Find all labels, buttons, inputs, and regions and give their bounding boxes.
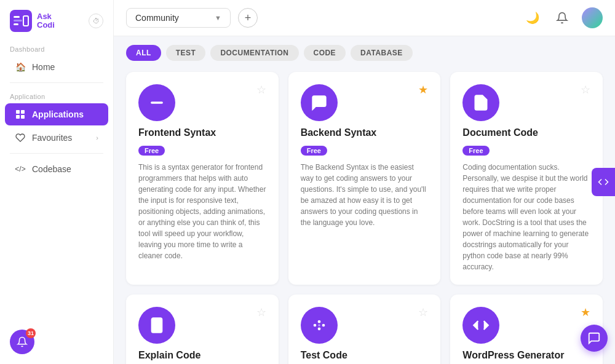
card-wordpress-generator: ★ WordPress Generator The WordPress Gene… bbox=[450, 295, 603, 364]
logo: Ask Codi ⏱ bbox=[0, 0, 113, 39]
star-button[interactable]: ★ bbox=[418, 84, 428, 95]
svg-point-16 bbox=[317, 320, 320, 323]
card-icon bbox=[301, 84, 338, 121]
card-title: Backend Syntax bbox=[301, 127, 429, 138]
svg-rect-7 bbox=[16, 115, 20, 119]
card-test-code: ☆ Test Code Free We understand writing e… bbox=[288, 295, 441, 364]
filter-code[interactable]: CODE bbox=[304, 45, 346, 61]
app-name: Ask bbox=[37, 12, 55, 21]
card-backend-syntax: ★ Backend Syntax Free The Backend Syntax… bbox=[288, 72, 441, 285]
filter-bar: ALL TEST DOCUMENTATION CODE DATABASE bbox=[114, 36, 615, 67]
card-header: ☆ bbox=[301, 307, 429, 344]
star-button[interactable]: ☆ bbox=[256, 307, 266, 318]
sidebar-item-home-label: Home bbox=[32, 62, 55, 72]
main-content: Community ▼ + 🌙 ALL TEST DOCUMENTATION C… bbox=[114, 0, 615, 364]
free-badge: Free bbox=[138, 146, 165, 156]
sidebar-item-favourites[interactable]: Favourites › bbox=[5, 127, 108, 149]
svg-rect-2 bbox=[14, 20, 22, 22]
history-icon[interactable]: ⏱ bbox=[89, 14, 103, 28]
user-avatar[interactable] bbox=[582, 7, 603, 28]
card-header: ☆ bbox=[138, 307, 266, 344]
svg-rect-8 bbox=[21, 115, 25, 119]
sidebar: Ask Codi ⏱ Dashboard 🏠 Home Application … bbox=[0, 0, 114, 364]
filter-documentation[interactable]: DOCUMENTATION bbox=[210, 45, 298, 61]
sidebar-item-codebase-label: Codebase bbox=[32, 164, 71, 174]
dashboard-label: Dashboard bbox=[0, 39, 113, 55]
card-title: Document Code bbox=[462, 127, 590, 138]
card-header: ☆ bbox=[138, 84, 266, 121]
home-icon: 🏠 bbox=[15, 61, 26, 73]
community-dropdown[interactable]: Community ▼ bbox=[126, 8, 231, 28]
star-button[interactable]: ☆ bbox=[581, 84, 590, 95]
svg-point-17 bbox=[322, 324, 325, 327]
sidebar-item-favourites-label: Favourites bbox=[32, 133, 72, 143]
sidebar-item-home[interactable]: 🏠 Home bbox=[5, 56, 108, 78]
star-button[interactable]: ☆ bbox=[418, 307, 428, 318]
svg-rect-3 bbox=[14, 23, 18, 25]
bell-icon[interactable] bbox=[552, 8, 572, 28]
filter-test[interactable]: TEST bbox=[166, 45, 206, 61]
svg-point-18 bbox=[317, 328, 320, 331]
applications-icon bbox=[15, 109, 26, 120]
free-badge: Free bbox=[301, 146, 327, 156]
application-label: Application bbox=[0, 87, 113, 103]
card-frontend-syntax: ☆ Frontend Syntax Free This is a syntax … bbox=[126, 72, 279, 285]
cards-area: ☆ Frontend Syntax Free This is a syntax … bbox=[114, 67, 615, 364]
svg-rect-6 bbox=[21, 110, 25, 114]
cards-grid: ☆ Frontend Syntax Free This is a syntax … bbox=[126, 72, 603, 364]
filter-all[interactable]: ALL bbox=[126, 45, 161, 61]
card-header: ☆ bbox=[462, 84, 590, 121]
sidebar-divider-1 bbox=[10, 82, 103, 83]
card-icon bbox=[138, 307, 175, 344]
chat-bubble-button[interactable] bbox=[581, 325, 608, 352]
card-document-code: ☆ Document Code Free Coding documentatio… bbox=[450, 72, 603, 285]
card-icon bbox=[462, 84, 499, 121]
card-title: Test Code bbox=[301, 350, 429, 361]
star-button[interactable]: ☆ bbox=[256, 84, 266, 95]
card-title: WordPress Generator bbox=[462, 350, 590, 361]
card-title: Explain Code bbox=[138, 350, 266, 361]
logo-icon bbox=[10, 10, 32, 32]
free-badge: Free bbox=[462, 146, 489, 156]
favourites-icon bbox=[15, 132, 26, 143]
card-title: Frontend Syntax bbox=[138, 127, 266, 138]
app-name2: Codi bbox=[37, 21, 55, 30]
card-explain-code: ☆ Explain Code Free Code Explainer will … bbox=[126, 295, 279, 364]
topbar-right: 🌙 bbox=[523, 7, 603, 28]
sidebar-divider-2 bbox=[10, 153, 103, 154]
card-description: The Backend Syntax is the easiest way to… bbox=[301, 162, 429, 228]
notification-button[interactable]: 31 bbox=[10, 330, 34, 354]
topbar: Community ▼ + 🌙 bbox=[114, 0, 615, 36]
sidebar-bottom: 31 bbox=[0, 320, 113, 364]
sidebar-item-codebase[interactable]: </> Codebase bbox=[5, 158, 108, 180]
add-button[interactable]: + bbox=[238, 8, 258, 28]
sidebar-item-applications-label: Applications bbox=[32, 109, 84, 119]
card-header: ★ bbox=[462, 307, 590, 344]
card-icon bbox=[138, 84, 175, 121]
svg-rect-5 bbox=[16, 110, 20, 114]
community-label: Community bbox=[135, 13, 179, 23]
dropdown-arrow-icon: ▼ bbox=[215, 14, 221, 22]
card-icon bbox=[301, 307, 338, 344]
notification-badge: 31 bbox=[26, 328, 36, 338]
chevron-right-icon: › bbox=[96, 134, 98, 141]
codebase-icon: </> bbox=[15, 164, 26, 175]
sidebar-item-applications[interactable]: Applications bbox=[5, 103, 108, 125]
moon-icon[interactable]: 🌙 bbox=[523, 8, 542, 28]
filter-database[interactable]: DATABASE bbox=[351, 45, 413, 61]
svg-rect-1 bbox=[14, 16, 20, 18]
svg-point-19 bbox=[318, 324, 320, 326]
card-description: Coding documentation sucks. Personally, … bbox=[462, 162, 590, 272]
card-icon bbox=[462, 307, 499, 344]
star-button[interactable]: ★ bbox=[581, 307, 590, 318]
float-codebase-button[interactable] bbox=[592, 168, 615, 196]
card-header: ★ bbox=[301, 84, 429, 121]
svg-point-15 bbox=[313, 324, 316, 327]
card-description: This is a syntax generator for frontend … bbox=[138, 162, 266, 261]
